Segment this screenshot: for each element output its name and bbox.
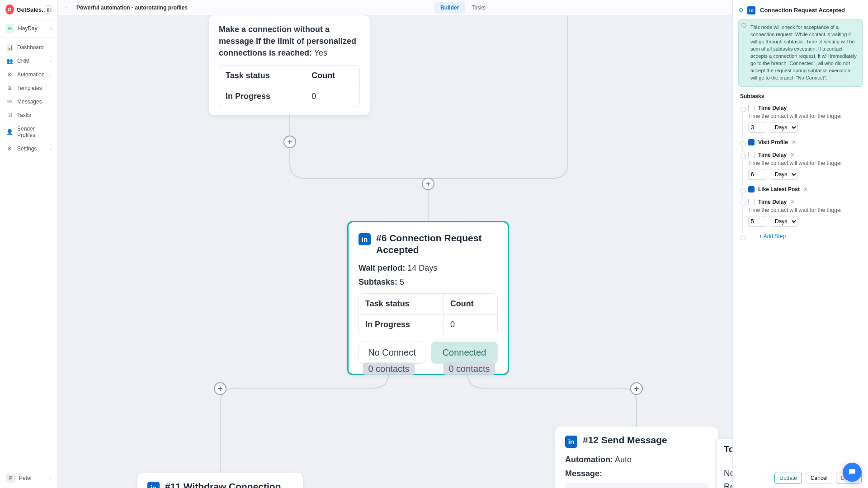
node-6-connection-accepted[interactable]: in #6 Connection Request Accepted Wait p…: [347, 221, 509, 375]
wait-label: Wait period:: [359, 263, 405, 272]
remove-step-icon[interactable]: ✕: [792, 139, 796, 145]
remove-step-icon[interactable]: ✕: [803, 186, 808, 192]
remove-step-icon[interactable]: ✕: [790, 199, 795, 205]
subtask-step: Visit Profile✕: [737, 137, 863, 150]
user-switcher[interactable]: P Peter ›: [0, 468, 57, 488]
linkedin-icon: in: [147, 482, 160, 488]
sidebar-item-sender-profiles[interactable]: 👤Sender Profiles: [0, 122, 57, 142]
limit-label: Make a connection without a message if t…: [219, 25, 356, 57]
linkedin-icon: [748, 139, 755, 145]
view-tabs: Builder Tasks: [434, 2, 492, 14]
info-text: This node will check for acceptance of a…: [750, 24, 857, 82]
contacts-badge-right: 0 contacts: [443, 363, 495, 375]
nav-icon: ⚙: [6, 145, 13, 152]
contacts-badge-left: 0 contacts: [363, 363, 415, 375]
nav-icon: ☑: [6, 112, 13, 118]
th-status: Task status: [359, 294, 443, 314]
flow-name: Powerful automation - autorotating profi…: [76, 5, 188, 11]
tab-builder[interactable]: Builder: [434, 2, 465, 14]
status-count: 0: [443, 314, 497, 335]
sidebar-item-messages[interactable]: ✉Messages: [0, 95, 57, 108]
step-name: Like Latest Post: [758, 186, 800, 192]
th-status: Task status: [219, 66, 305, 86]
node-12-title: #12 Send Message: [583, 435, 667, 446]
wait-value: 14 Days: [407, 263, 437, 272]
delay-value-input[interactable]: [748, 122, 766, 133]
nav: 📊Dashboard👥CRM›⚙Automation›🗎Templates✉Me…: [0, 38, 57, 468]
add-step-link[interactable]: + Add Step: [748, 233, 863, 239]
step-desc: Time the contact will wait for the trigg…: [748, 113, 863, 119]
user-badge: P: [6, 474, 15, 483]
nav-icon: ✉: [6, 99, 13, 105]
step-name: Time Delay: [758, 105, 787, 111]
automation-label: Automation:: [565, 455, 613, 464]
remove-step-icon[interactable]: ✕: [790, 152, 795, 158]
sidebar-item-tasks[interactable]: ☑Tasks: [0, 108, 57, 122]
brand-icon: G: [5, 5, 14, 14]
clock-icon: [748, 152, 755, 158]
sidebar-item-automation[interactable]: ⚙Automation›: [0, 68, 57, 81]
update-button[interactable]: Update: [774, 473, 802, 483]
add-step-button[interactable]: +: [422, 178, 434, 190]
delay-unit-select[interactable]: Days: [770, 122, 798, 133]
steps-list: Time DelayTime the contact will wait for…: [733, 101, 868, 243]
node-11-title: #11 Withdraw Connection Request: [165, 481, 293, 488]
sidebar-item-dashboard[interactable]: 📊Dashboard: [0, 41, 57, 54]
nav-label: Dashboard: [17, 44, 44, 51]
subtask-step: Time DelayTime the contact will wait for…: [737, 103, 863, 137]
branch-connected[interactable]: Connected: [431, 342, 498, 364]
linkedin-icon: in: [565, 436, 577, 448]
sidebar-item-templates[interactable]: 🗎Templates: [0, 81, 57, 95]
flow-canvas[interactable]: + + + + Make a connection without a mess…: [58, 15, 732, 488]
node-6-title: #6 Connection Request Accepted: [376, 232, 498, 256]
active-indicator-icon: [739, 8, 743, 12]
branch-no-connect[interactable]: No Connect: [359, 342, 425, 364]
chevron-right-icon: ›: [49, 475, 51, 481]
step-name: Time Delay: [758, 152, 787, 158]
tab-tasks[interactable]: Tasks: [465, 2, 492, 14]
subtasks-heading: Subtasks: [733, 91, 868, 101]
tenant-switcher[interactable]: H HayDay ›: [0, 19, 57, 38]
message-body-placeholder: [565, 483, 708, 488]
message-label: Message:: [565, 469, 602, 478]
cancel-button[interactable]: Cancel: [806, 473, 832, 483]
node-connect-limit[interactable]: Make a connection without a message if t…: [209, 15, 370, 115]
chevron-right-icon: ›: [50, 25, 52, 32]
logo-row: G GetSales.. ◧: [0, 0, 57, 19]
add-step-button[interactable]: +: [214, 382, 226, 395]
chevron-right-icon: ›: [49, 72, 51, 77]
th-count: Count: [305, 66, 359, 86]
delay-unit-select[interactable]: Days: [770, 169, 798, 180]
step-desc: Time the contact will wait for the trigg…: [748, 207, 863, 213]
sidebar-item-crm[interactable]: 👥CRM›: [0, 54, 57, 68]
linkedin-icon: in: [747, 6, 755, 14]
th-count: Count: [443, 294, 497, 314]
side-panel: in Connection Request Accepted This node…: [732, 0, 868, 488]
subtask-step: Time Delay✕Time the contact will wait fo…: [737, 197, 863, 231]
nav-icon: ⚙: [6, 71, 13, 78]
status-in-progress: In Progress: [219, 86, 305, 107]
chat-launcher[interactable]: [843, 463, 862, 482]
delay-value-input[interactable]: [748, 216, 766, 227]
nav-label: Sender Profiles: [17, 126, 51, 138]
tenant-badge: H: [5, 24, 14, 33]
clock-icon: [748, 199, 755, 205]
back-arrow-icon[interactable]: ←: [64, 4, 70, 11]
panel-title: Connection Request Accepted: [760, 7, 845, 14]
nav-label: Templates: [17, 85, 42, 91]
brand-name: GetSales..: [17, 6, 45, 13]
add-step-button[interactable]: +: [630, 382, 643, 395]
sidebar-item-settings[interactable]: ⚙Settings›: [0, 142, 57, 155]
nav-label: Settings: [17, 145, 37, 152]
chevron-right-icon: ›: [49, 146, 51, 151]
delay-value-input[interactable]: [748, 169, 766, 180]
delay-unit-select[interactable]: Days: [770, 216, 798, 227]
status-in-progress: In Progress: [359, 314, 443, 335]
step-name: Visit Profile: [758, 139, 788, 145]
collapse-sidebar-icon[interactable]: ◧: [45, 5, 52, 14]
node-12-send-message[interactable]: in #12 Send Message Automation: Auto Mes…: [555, 427, 718, 488]
status-count: 0: [305, 86, 359, 107]
subtasks-label: Subtasks:: [359, 277, 397, 286]
add-step-button[interactable]: +: [283, 136, 296, 148]
node-11-withdraw[interactable]: in #11 Withdraw Connection Request: [137, 473, 303, 488]
